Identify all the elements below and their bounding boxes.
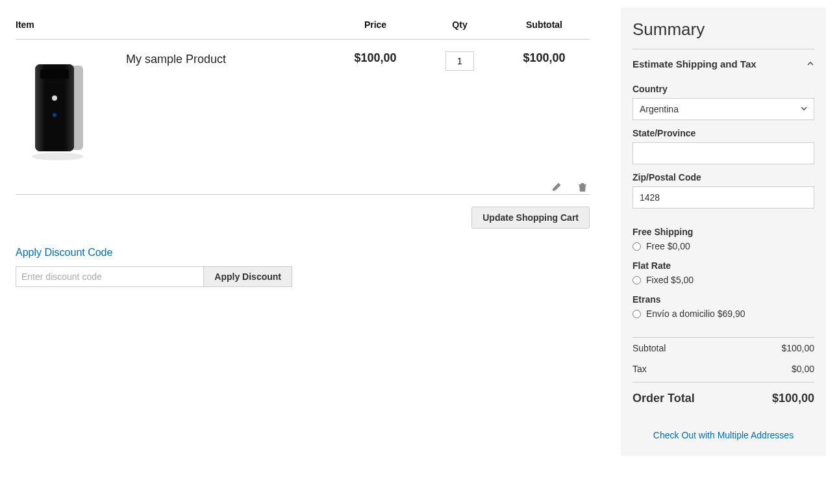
apply-discount-button[interactable]: Apply Discount [204, 266, 292, 287]
country-label: Country [632, 84, 814, 94]
discount-block: Apply Discount Code Apply Discount [16, 247, 590, 287]
svg-rect-3 [40, 69, 69, 79]
totals: Subtotal $100,00 Tax $0,00 Order Total $… [632, 337, 814, 410]
product-image[interactable] [16, 51, 106, 168]
summary-title: Summary [632, 19, 814, 49]
edit-icon[interactable] [549, 180, 564, 194]
subtotal-value: $100,00 [781, 343, 814, 353]
shipping-radio-free[interactable] [632, 242, 641, 251]
shipping-group-etrans: Etrans [632, 294, 814, 305]
header-item: Item [16, 8, 330, 40]
shipping-option-flat[interactable]: Fixed $5,00 [632, 275, 814, 285]
shipping-option-etrans[interactable]: Envío a domicilio $69,90 [632, 309, 814, 319]
tax-value: $0,00 [792, 364, 814, 374]
svg-point-6 [32, 153, 84, 160]
header-qty: Qty [421, 8, 499, 40]
estimate-toggle[interactable]: Estimate Shipping and Tax [632, 49, 814, 76]
cart-table: Item Price Qty Subtotal [16, 8, 590, 195]
product-name[interactable]: My sample Product [126, 51, 330, 66]
country-select[interactable]: Argentina [632, 98, 814, 120]
state-label: State/Province [632, 128, 814, 138]
shipping-option-label: Free $0,00 [646, 241, 690, 251]
svg-point-5 [53, 113, 56, 117]
item-price: $100,00 [330, 40, 421, 169]
item-subtotal: $100,00 [499, 40, 590, 169]
shipping-group-flat: Flat Rate [632, 260, 814, 271]
state-input[interactable] [632, 142, 814, 164]
header-price: Price [330, 8, 421, 40]
summary-panel: Summary Estimate Shipping and Tax Countr… [621, 8, 826, 456]
header-subtotal: Subtotal [499, 8, 590, 40]
shipping-group-free: Free Shipping [632, 227, 814, 237]
zip-input[interactable] [632, 186, 814, 208]
chevron-up-icon [807, 58, 814, 69]
discount-toggle[interactable]: Apply Discount Code [16, 247, 112, 258]
cart-row: My sample Product $100,00 $100,00 [16, 40, 590, 169]
estimate-title: Estimate Shipping and Tax [632, 58, 757, 69]
shipping-option-label: Envío a domicilio $69,90 [646, 309, 745, 319]
multi-address-checkout-link[interactable]: Check Out with Multiple Addresses [653, 430, 794, 440]
svg-point-4 [52, 95, 57, 101]
trash-icon[interactable] [575, 180, 590, 194]
shipping-radio-flat[interactable] [632, 276, 641, 284]
shipping-methods: Free Shipping Free $0,00 Flat Rate Fixed… [632, 227, 814, 319]
shipping-option-label: Fixed $5,00 [646, 275, 694, 285]
subtotal-label: Subtotal [632, 343, 666, 353]
discount-input[interactable] [16, 266, 204, 287]
order-total-label: Order Total [632, 392, 695, 405]
zip-label: Zip/Postal Code [632, 172, 814, 183]
order-total-value: $100,00 [772, 392, 814, 405]
update-cart-button[interactable]: Update Shopping Cart [471, 207, 590, 229]
shipping-option-free[interactable]: Free $0,00 [632, 241, 814, 251]
shipping-radio-etrans[interactable] [632, 310, 641, 318]
qty-input[interactable] [445, 51, 474, 71]
cart-main: Item Price Qty Subtotal [16, 8, 590, 456]
tax-label: Tax [632, 364, 647, 374]
